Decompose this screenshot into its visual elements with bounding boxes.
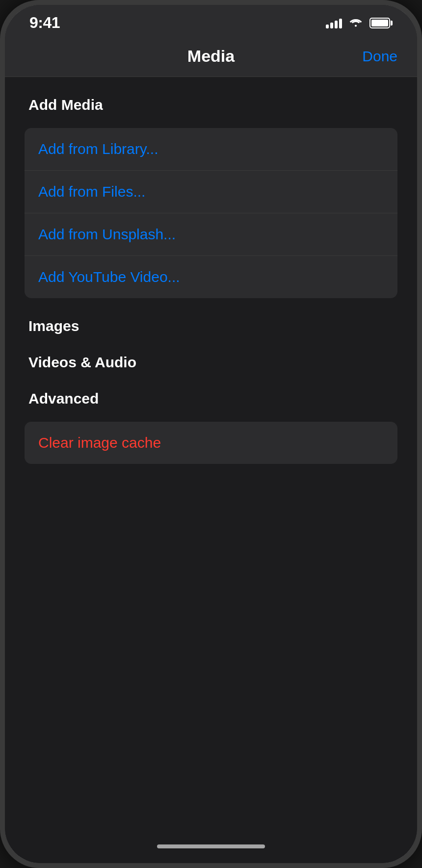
battery-icon	[369, 18, 393, 28]
signal-icon	[326, 18, 342, 28]
add-from-files-button[interactable]: Add from Files...	[25, 171, 397, 213]
images-section: Images	[25, 318, 397, 334]
videos-audio-section: Videos & Audio	[25, 354, 397, 371]
advanced-section: Advanced Clear image cache	[25, 390, 397, 464]
nav-title: Media	[64, 47, 358, 66]
add-from-unsplash-button[interactable]: Add from Unsplash...	[25, 213, 397, 256]
add-youtube-video-button[interactable]: Add YouTube Video...	[25, 256, 397, 298]
phone-frame: 9:41	[0, 0, 422, 868]
content-area: Add Media Add from Library... Add from F…	[5, 77, 417, 835]
home-bar	[157, 844, 265, 848]
add-media-header: Add Media	[28, 97, 397, 113]
videos-audio-header: Videos & Audio	[28, 354, 397, 371]
done-button[interactable]: Done	[358, 48, 397, 65]
phone-screen: 9:41	[5, 5, 417, 863]
status-bar: 9:41	[5, 5, 417, 37]
add-media-section: Add Media Add from Library... Add from F…	[25, 97, 397, 298]
status-time: 9:41	[29, 14, 60, 32]
wifi-icon	[349, 16, 363, 30]
clear-image-cache-button[interactable]: Clear image cache	[25, 422, 397, 464]
advanced-header: Advanced	[28, 390, 397, 407]
advanced-group: Clear image cache	[25, 422, 397, 464]
status-icons	[326, 16, 393, 30]
nav-bar: Media Done	[5, 37, 417, 77]
add-media-group: Add from Library... Add from Files... Ad…	[25, 128, 397, 298]
home-indicator	[5, 835, 417, 863]
add-from-library-button[interactable]: Add from Library...	[25, 128, 397, 171]
images-header: Images	[28, 318, 397, 334]
